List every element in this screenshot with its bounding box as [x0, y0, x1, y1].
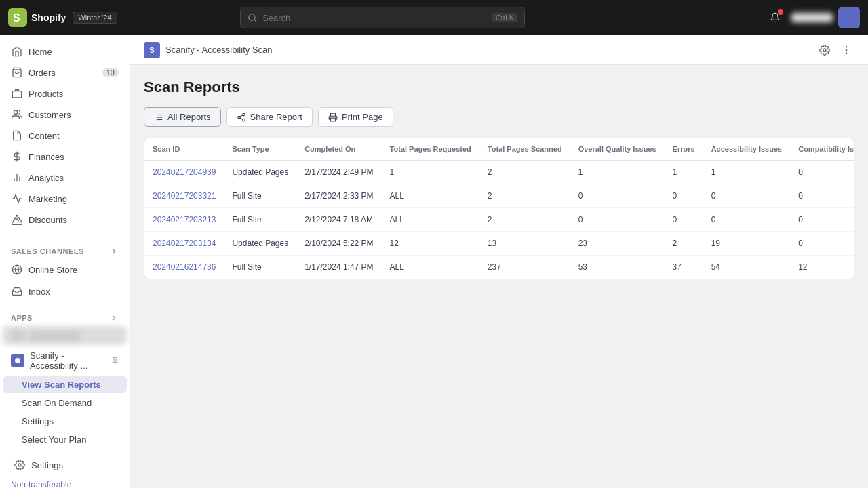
sidebar-item-orders[interactable]: Orders 10: [3, 62, 127, 83]
svg-point-10: [16, 218, 16, 219]
sidebar: Home Orders 10 Products Customers: [0, 35, 130, 488]
scan-id-link[interactable]: 20240217203213: [153, 215, 216, 224]
orders-badge: 10: [102, 68, 119, 77]
svg-point-17: [823, 49, 826, 52]
sidebar-item-online-store[interactable]: Online Store: [3, 260, 127, 280]
svg-point-29: [242, 119, 245, 121]
sidebar-item-label: Discounts: [28, 215, 67, 225]
sidebar-item-app-settings[interactable]: Settings: [3, 413, 127, 430]
print-page-button[interactable]: Print Page: [318, 107, 393, 127]
cell-scan-id[interactable]: 20240217203321: [144, 184, 224, 208]
cell-overall-quality-issues: 0: [570, 208, 665, 232]
table-row: 20240217203213 Full Site 2/12/2024 7:18 …: [144, 208, 854, 232]
main-layout: Home Orders 10 Products Customers: [0, 35, 868, 488]
view-scan-reports-label: View Scan Reports: [22, 380, 101, 390]
scan-reports-table-container: Scan ID Scan Type Completed On Total Pag…: [144, 138, 854, 279]
scan-id-link[interactable]: 20240217204939: [153, 167, 216, 177]
cell-accessibility-issues: 0: [703, 184, 791, 208]
customers-icon: [11, 108, 23, 121]
col-compatibility-issues: Compatibility Issues: [790, 138, 854, 161]
sidebar-item-label: Home: [28, 47, 52, 57]
svg-line-30: [240, 117, 243, 119]
share-report-button[interactable]: Share Report: [226, 107, 313, 127]
select-plan-label: Select Your Plan: [22, 434, 86, 445]
sidebar-item-marketing[interactable]: Marketing: [3, 188, 127, 209]
finances-icon: [11, 150, 23, 163]
sidebar-item-discounts[interactable]: Discounts: [3, 209, 127, 230]
cell-completed-on: 2/10/2024 5:22 PM: [296, 232, 381, 256]
sidebar-item-label: Orders: [28, 68, 56, 78]
sidebar-item-label: Online Store: [28, 265, 77, 275]
settings-header-button[interactable]: [816, 42, 833, 58]
app-header-left: S Scanify - Accessibility Scan: [144, 42, 273, 58]
col-accessibility-issues: Accessibility Issues: [703, 138, 791, 161]
sidebar-item-products[interactable]: Products: [3, 83, 127, 104]
online-store-icon: [11, 264, 23, 276]
content-icon: [11, 129, 23, 142]
print-page-label: Print Page: [342, 112, 383, 122]
sidebar-item-inbox[interactable]: Inbox: [3, 281, 127, 302]
sidebar-item-select-plan[interactable]: Select Your Plan: [3, 431, 127, 448]
logo: S Shopify: [8, 8, 66, 27]
svg-point-5: [14, 110, 17, 114]
sidebar-item-finances[interactable]: Finances: [3, 146, 127, 167]
sidebar-item-scan-on-demand[interactable]: Scan On Demand: [3, 394, 127, 411]
print-icon: [328, 113, 338, 122]
all-reports-button[interactable]: All Reports: [144, 107, 221, 127]
sidebar-item-analytics[interactable]: Analytics: [3, 167, 127, 188]
cell-completed-on: 2/12/2024 7:18 AM: [296, 208, 381, 232]
sidebar-item-label: Inbox: [28, 287, 50, 297]
scan-id-link[interactable]: 20240216214736: [153, 262, 216, 272]
cell-overall-quality-issues: 23: [570, 232, 665, 256]
settings-section: Settings Non-transferable: [0, 449, 130, 488]
cell-total-pages-requested: 1: [382, 161, 479, 184]
app-settings-label: Settings: [22, 416, 54, 426]
sidebar-item-home[interactable]: Home: [3, 41, 127, 62]
sidebar-item-customers[interactable]: Customers: [3, 104, 127, 125]
cell-errors: 1: [665, 161, 703, 184]
non-transferable: Non-transferable: [3, 476, 127, 488]
svg-rect-4: [12, 92, 21, 98]
cell-errors: 0: [665, 208, 703, 232]
sidebar-item-settings[interactable]: Settings: [5, 455, 124, 475]
page-title: Scan Reports: [144, 79, 854, 96]
cell-compatibility-issues: 0: [790, 232, 854, 256]
svg-point-20: [846, 53, 846, 54]
svg-point-2: [249, 14, 255, 20]
svg-line-31: [240, 115, 243, 116]
sidebar-item-view-scan-reports[interactable]: View Scan Reports: [3, 376, 127, 393]
shopify-logo-icon: S: [8, 8, 27, 27]
cell-total-pages-requested: ALL: [382, 208, 479, 232]
share-report-label: Share Report: [250, 112, 302, 122]
cell-completed-on: 1/17/2024 1:47 PM: [296, 256, 381, 279]
scan-id-link[interactable]: 20240217203321: [153, 191, 216, 201]
search-bar[interactable]: Ctrl K: [240, 7, 525, 28]
svg-text:S: S: [13, 12, 20, 24]
cell-total-pages-scanned: 2: [479, 208, 570, 232]
sidebar-item-content[interactable]: Content: [3, 125, 127, 146]
nav-section: Home Orders 10 Products Customers: [0, 35, 130, 236]
scan-id-link[interactable]: 20240217203134: [153, 239, 216, 248]
more-options-button[interactable]: [838, 42, 854, 58]
pin-icon: [111, 356, 119, 365]
cell-accessibility-issues: 19: [703, 232, 791, 256]
orders-icon: [11, 66, 23, 79]
svg-point-14: [15, 358, 20, 363]
cell-scan-id[interactable]: 20240217204939: [144, 161, 224, 184]
cell-scan-type: Full Site: [224, 208, 296, 232]
cell-scan-id[interactable]: 20240217203213: [144, 208, 224, 232]
svg-point-28: [237, 116, 240, 119]
cell-errors: 0: [665, 184, 703, 208]
search-input[interactable]: [262, 13, 487, 23]
scan-on-demand-label: Scan On Demand: [22, 398, 92, 408]
settings-label: Settings: [31, 460, 63, 470]
cell-total-pages-scanned: 13: [479, 232, 570, 256]
sidebar-item-scanify[interactable]: Scanify - Accessibility ...: [3, 346, 127, 375]
cell-scan-id[interactable]: 20240217203134: [144, 232, 224, 256]
notifications-button[interactable]: [764, 7, 786, 28]
svg-point-11: [18, 220, 18, 221]
cell-scan-id[interactable]: 20240216214736: [144, 256, 224, 279]
cell-total-pages-scanned: 2: [479, 184, 570, 208]
cell-scan-type: Full Site: [224, 184, 296, 208]
settings-icon: [14, 459, 26, 471]
